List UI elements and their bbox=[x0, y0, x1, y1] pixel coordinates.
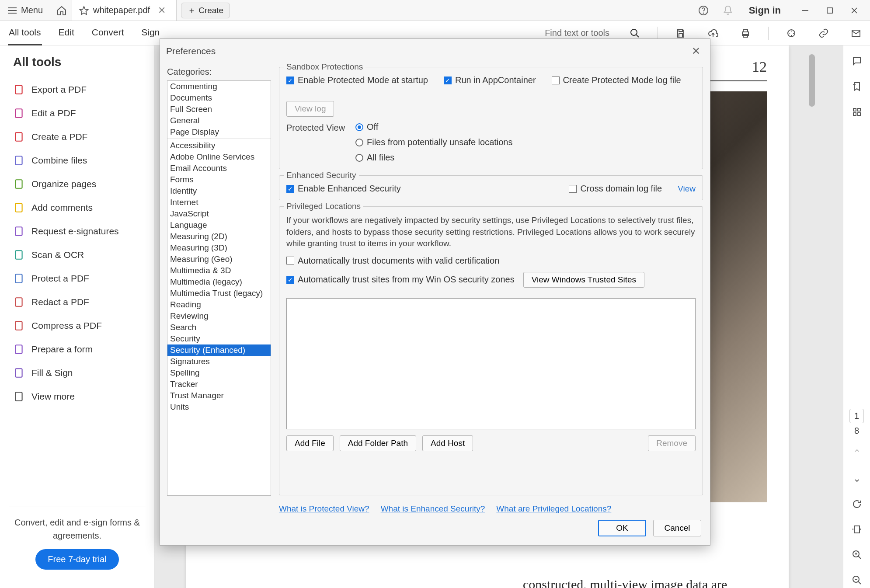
category-item[interactable]: Reviewing bbox=[167, 310, 271, 322]
remove-button[interactable]: Remove bbox=[648, 435, 696, 451]
comment-panel-button[interactable] bbox=[849, 53, 865, 69]
page-up-button[interactable]: ⌃ bbox=[849, 445, 865, 461]
tool-item-export-a-pdf[interactable]: Export a PDF bbox=[9, 78, 146, 101]
enable-protected-mode-checkbox[interactable]: Enable Protected Mode at startup bbox=[286, 75, 428, 85]
tool-item-redact-a-pdf[interactable]: Redact a PDF bbox=[9, 290, 146, 314]
page-fit-button[interactable] bbox=[849, 522, 865, 537]
tab-all-tools[interactable]: All tools bbox=[8, 21, 42, 45]
category-item[interactable]: Adobe Online Services bbox=[167, 151, 271, 163]
tool-item-add-comments[interactable]: Add comments bbox=[9, 196, 146, 219]
link-button[interactable] bbox=[814, 24, 833, 43]
window-maximize-button[interactable] bbox=[818, 0, 842, 21]
ok-button[interactable]: OK bbox=[598, 520, 646, 536]
view-log-button[interactable]: View log bbox=[286, 101, 334, 117]
category-item[interactable]: Full Screen bbox=[167, 104, 271, 115]
category-item[interactable]: Page Display bbox=[167, 126, 271, 138]
tool-item-prepare-a-form[interactable]: Prepare a form bbox=[9, 337, 146, 361]
category-item[interactable]: Identity bbox=[167, 185, 271, 197]
home-button[interactable] bbox=[51, 0, 72, 21]
add-host-button[interactable]: Add Host bbox=[422, 435, 473, 451]
tool-item-edit-a-pdf[interactable]: Edit a PDF bbox=[9, 101, 146, 125]
create-tab-button[interactable]: ＋ Create bbox=[181, 3, 230, 18]
pv-off-radio[interactable]: Off bbox=[355, 122, 513, 132]
zoom-out-button[interactable] bbox=[849, 572, 865, 588]
category-item[interactable]: Multimedia Trust (legacy) bbox=[167, 288, 271, 299]
rotate-button[interactable] bbox=[849, 496, 865, 512]
tool-item-view-more[interactable]: View more bbox=[9, 385, 146, 408]
category-item[interactable]: Tracker bbox=[167, 379, 271, 390]
menu-button[interactable]: Menu bbox=[0, 0, 51, 21]
tool-item-protect-a-pdf[interactable]: Protect a PDF bbox=[9, 267, 146, 290]
bookmark-panel-button[interactable] bbox=[849, 79, 865, 94]
category-item[interactable]: Security bbox=[167, 333, 271, 344]
view-link[interactable]: View bbox=[678, 184, 696, 194]
run-appcontainer-checkbox[interactable]: Run in AppContainer bbox=[444, 75, 536, 85]
category-item[interactable]: Measuring (2D) bbox=[167, 231, 271, 242]
category-item[interactable]: JavaScript bbox=[167, 208, 271, 219]
scrollbar-thumb[interactable] bbox=[809, 54, 815, 107]
category-item[interactable]: Signatures bbox=[167, 356, 271, 367]
category-item[interactable]: General bbox=[167, 115, 271, 126]
category-item[interactable]: Internet bbox=[167, 197, 271, 208]
enable-enhanced-checkbox[interactable]: Enable Enhanced Security bbox=[286, 184, 401, 194]
category-item[interactable]: Commenting bbox=[167, 81, 271, 92]
privileged-locations-listbox[interactable] bbox=[286, 298, 696, 429]
share-button[interactable] bbox=[846, 24, 866, 43]
category-item[interactable]: Multimedia (legacy) bbox=[167, 276, 271, 288]
trial-button[interactable]: Free 7-day trial bbox=[35, 549, 119, 570]
page-down-button[interactable]: ⌄ bbox=[849, 471, 865, 487]
tab-convert[interactable]: Convert bbox=[91, 21, 125, 45]
category-item[interactable]: Measuring (3D) bbox=[167, 242, 271, 254]
tool-item-scan-ocr[interactable]: Scan & OCR bbox=[9, 243, 146, 267]
tool-item-fill-sign[interactable]: Fill & Sign bbox=[9, 361, 146, 385]
window-minimize-button[interactable] bbox=[793, 0, 818, 21]
window-close-button[interactable] bbox=[842, 0, 867, 21]
tab-edit[interactable]: Edit bbox=[58, 21, 75, 45]
print-button[interactable] bbox=[736, 24, 755, 43]
thumbnails-button[interactable] bbox=[849, 104, 865, 120]
find-placeholder[interactable]: Find text or tools bbox=[545, 28, 612, 38]
pv-all-radio[interactable]: All files bbox=[355, 153, 513, 163]
tab-close-button[interactable]: ✕ bbox=[154, 5, 169, 16]
tool-item-request-e-signatures[interactable]: Request e-signatures bbox=[9, 219, 146, 243]
categories-listbox[interactable]: CommentingDocumentsFull ScreenGeneralPag… bbox=[167, 80, 271, 496]
current-page-input[interactable]: 1 bbox=[849, 409, 864, 423]
category-item[interactable]: Email Accounts bbox=[167, 163, 271, 174]
pv-unsafe-radio[interactable]: Files from potentially unsafe locations bbox=[355, 137, 513, 147]
tool-item-create-a-pdf[interactable]: Create a PDF bbox=[9, 125, 146, 149]
category-item[interactable]: Language bbox=[167, 219, 271, 231]
zoom-in-button[interactable] bbox=[849, 547, 865, 563]
what-is-pv-link[interactable]: What is Protected View? bbox=[279, 504, 369, 514]
create-log-checkbox[interactable]: Create Protected Mode log file bbox=[552, 75, 681, 85]
what-is-es-link[interactable]: What is Enhanced Security? bbox=[381, 504, 485, 514]
tool-item-compress-a-pdf[interactable]: Compress a PDF bbox=[9, 314, 146, 337]
tool-item-combine-files[interactable]: Combine files bbox=[9, 149, 146, 172]
file-tab[interactable]: whitepaper.pdf ✕ bbox=[72, 0, 177, 21]
category-item[interactable]: Accessibility bbox=[167, 140, 271, 151]
category-item[interactable]: Spelling bbox=[167, 367, 271, 379]
tool-item-organize-pages[interactable]: Organize pages bbox=[9, 172, 146, 196]
ai-button[interactable] bbox=[782, 24, 801, 43]
view-trusted-sites-button[interactable]: View Windows Trusted Sites bbox=[523, 272, 644, 288]
cancel-button[interactable]: Cancel bbox=[653, 520, 701, 536]
category-item[interactable]: Search bbox=[167, 322, 271, 333]
notifications-button[interactable] bbox=[719, 2, 737, 19]
category-item[interactable]: Security (Enhanced) bbox=[167, 344, 271, 356]
category-item[interactable]: Units bbox=[167, 401, 271, 413]
category-item[interactable]: Documents bbox=[167, 92, 271, 104]
category-item[interactable]: Trust Manager bbox=[167, 390, 271, 401]
category-item[interactable]: Multimedia & 3D bbox=[167, 265, 271, 276]
category-item[interactable]: Reading bbox=[167, 299, 271, 310]
tab-sign[interactable]: Sign bbox=[140, 21, 160, 45]
help-button[interactable] bbox=[695, 2, 712, 19]
category-item[interactable]: Forms bbox=[167, 174, 271, 185]
add-folder-button[interactable]: Add Folder Path bbox=[340, 435, 416, 451]
auto-trust-cert-checkbox[interactable]: Automatically trust documents with valid… bbox=[286, 256, 696, 266]
add-file-button[interactable]: Add File bbox=[286, 435, 334, 451]
category-item[interactable]: Measuring (Geo) bbox=[167, 254, 271, 265]
what-is-pl-link[interactable]: What are Privileged Locations? bbox=[496, 504, 611, 514]
dialog-close-button[interactable]: ✕ bbox=[688, 43, 704, 59]
auto-trust-zones-checkbox[interactable]: Automatically trust sites from my Win OS… bbox=[286, 275, 515, 285]
sign-in-button[interactable]: Sign in bbox=[744, 5, 786, 16]
cross-domain-log-checkbox[interactable]: Cross domain log file bbox=[569, 184, 662, 194]
